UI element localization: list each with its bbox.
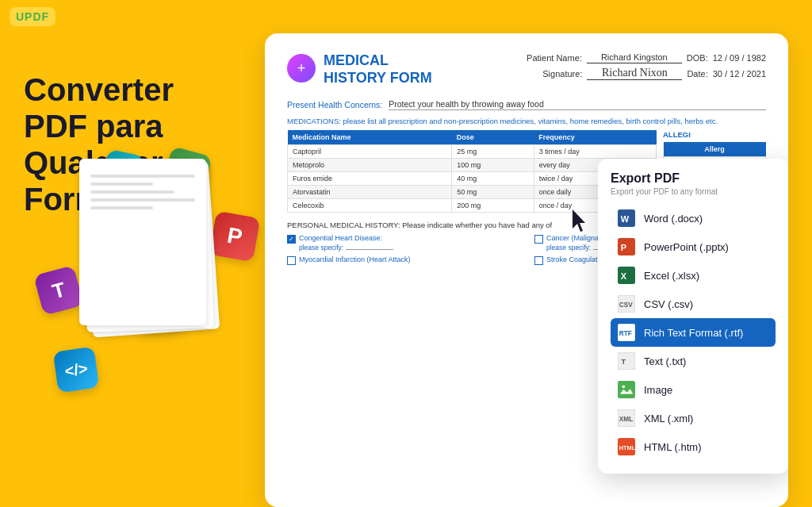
- svg-text:X: X: [621, 271, 627, 281]
- svg-text:T: T: [622, 358, 626, 366]
- export-text[interactable]: T Text (.txt): [611, 347, 776, 375]
- form-title-group: + MEDICAL HISTORY FORM: [287, 52, 432, 86]
- health-concerns: Present Health Concerns: Protect your he…: [287, 99, 766, 110]
- xml-icon: XML: [617, 409, 636, 428]
- svg-rect-12: [618, 381, 635, 398]
- cursor-arrow: [573, 209, 592, 238]
- svg-text:CSV: CSV: [619, 302, 633, 309]
- svg-text:HTML: HTML: [619, 444, 635, 451]
- svg-text:P: P: [621, 243, 626, 252]
- col-frequency: Frequency: [534, 130, 656, 145]
- export-html[interactable]: HTML HTML (.htm): [611, 432, 776, 461]
- pdf-document: + MEDICAL HISTORY FORM Patient Name: Ric…: [265, 33, 788, 507]
- export-rtf[interactable]: RTF Rich Text Format (.rtf): [611, 318, 776, 347]
- table-row: Captopril25 mg3 times / day: [288, 145, 657, 159]
- updf-logo: UPDF: [10, 7, 56, 26]
- powerpoint-icon: P: [617, 237, 636, 256]
- image-format-icon: [617, 380, 636, 399]
- export-powerpoint[interactable]: P PowerPoint (.pptx): [611, 232, 776, 261]
- html-icon: HTML: [617, 437, 636, 456]
- excel-icon: X: [617, 266, 636, 285]
- doc-page-front: [79, 159, 206, 325]
- svg-text:XML: XML: [619, 416, 633, 423]
- patient-name-row: Patient Name: Richard Kingston DOB: 12 /…: [527, 52, 766, 63]
- header-bar: UPDF: [0, 0, 812, 33]
- svg-point-13: [622, 386, 626, 389]
- form-icon: +: [287, 54, 316, 83]
- checkbox-stroke: [534, 256, 543, 265]
- svg-text:RTF: RTF: [619, 330, 632, 337]
- checkbox-cancer: [534, 235, 543, 244]
- medications-title: MEDICATIONS: please list all prescriptio…: [287, 117, 766, 125]
- export-image[interactable]: Image: [611, 375, 776, 404]
- form-header: + MEDICAL HISTORY FORM Patient Name: Ric…: [287, 52, 766, 86]
- svg-rect-10: [618, 352, 635, 370]
- export-panel-title: Export PDF: [611, 171, 776, 186]
- export-panel: Export PDF Export your PDF to any format…: [598, 159, 788, 474]
- text-float-icon: T: [33, 265, 84, 316]
- export-panel-subtitle: Export your PDF to any format: [611, 187, 776, 196]
- export-csv[interactable]: CSV CSV (.csv): [611, 290, 776, 318]
- form-title: MEDICAL HISTORY FORM: [324, 52, 432, 86]
- patient-info: Patient Name: Richard Kingston DOB: 12 /…: [527, 52, 766, 83]
- svg-text:W: W: [621, 214, 630, 224]
- export-xml[interactable]: XML XML (.xml): [611, 404, 776, 432]
- checkbox-myocardial: [287, 256, 296, 265]
- check-myocardial: Myocardial Infarction (Heart Attack): [287, 255, 519, 265]
- export-excel[interactable]: X Excel (.xlsx): [611, 261, 776, 290]
- allergy-title: ALLEGI: [663, 130, 766, 139]
- col-dose: Dose: [452, 130, 534, 145]
- text-icon: T: [617, 351, 636, 371]
- checkbox-heart: ✓: [287, 235, 296, 244]
- document-stack: [79, 159, 222, 381]
- rtf-icon: RTF: [617, 323, 636, 342]
- csv-icon: CSV: [617, 294, 636, 313]
- check-heart-disease: ✓ Congential Heart Disease: please speci…: [287, 234, 519, 252]
- word-icon: W: [617, 209, 636, 228]
- export-word[interactable]: W Word (.docx): [611, 204, 776, 232]
- signature-row: Signature: Richard Nixon Date: 30 / 12 /…: [527, 67, 766, 80]
- col-medication: Medication Name: [288, 130, 452, 145]
